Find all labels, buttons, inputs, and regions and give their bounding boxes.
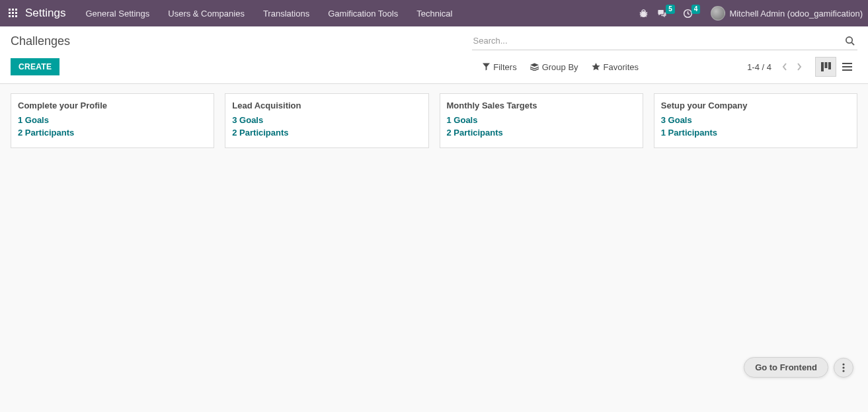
messages-badge: 5 — [666, 5, 675, 14]
more-vertical-icon — [842, 363, 845, 372]
apps-menu-button[interactable] — [0, 0, 26, 26]
card-goals-link[interactable]: 3 Goals — [232, 114, 421, 127]
page-title: Challenges — [11, 34, 70, 48]
pager-text[interactable]: 1-4 / 4 — [747, 62, 771, 72]
search-button[interactable] — [842, 33, 857, 48]
svg-rect-8 — [15, 15, 17, 17]
control-panel: Challenges CREATE Filters Group By — [0, 26, 868, 84]
svg-rect-3 — [9, 12, 11, 14]
filters-menu[interactable]: Filters — [483, 62, 516, 72]
activities-button[interactable]: 4 — [683, 9, 701, 19]
favorites-label: Favorites — [604, 62, 639, 72]
apps-icon — [8, 8, 19, 19]
pager-prev[interactable] — [781, 60, 789, 73]
search-bar — [472, 32, 857, 50]
nav-item-users-companies[interactable]: Users & Companies — [159, 0, 254, 26]
list-icon — [842, 63, 852, 71]
star-icon — [592, 63, 600, 71]
svg-rect-14 — [828, 62, 831, 69]
view-list-button[interactable] — [836, 57, 857, 77]
nav-item-translations[interactable]: Translations — [254, 0, 319, 26]
favorites-menu[interactable]: Favorites — [592, 62, 639, 72]
messages-button[interactable]: 5 — [656, 9, 675, 19]
card-participants-link[interactable]: 2 Participants — [447, 127, 636, 140]
svg-point-11 — [846, 37, 852, 43]
kanban-icon — [821, 62, 831, 71]
search-icon — [845, 36, 855, 46]
svg-point-18 — [842, 363, 844, 365]
floating-menu-button[interactable] — [834, 358, 853, 378]
username-label: Mitchell Admin (odoo_gamification) — [729, 9, 863, 19]
svg-point-19 — [842, 366, 844, 368]
chevron-left-icon — [782, 63, 787, 71]
filter-icon — [483, 63, 490, 71]
bug-icon — [639, 9, 649, 19]
svg-rect-4 — [12, 12, 14, 14]
challenge-card[interactable]: Complete your Profile 1 Goals 2 Particip… — [11, 93, 214, 148]
activities-badge: 4 — [691, 5, 701, 14]
challenge-card[interactable]: Monthly Sales Targets 1 Goals 2 Particip… — [440, 93, 643, 148]
svg-point-20 — [842, 370, 844, 372]
nav-item-gamification-tools[interactable]: Gamification Tools — [319, 0, 407, 26]
systray: 5 4 Mitchell Admin (odoo_gamification) — [639, 6, 863, 21]
card-participants-link[interactable]: 2 Participants — [18, 127, 207, 140]
svg-rect-5 — [15, 12, 17, 14]
floating-actions: Go to Frontend — [744, 357, 853, 378]
user-menu[interactable]: Mitchell Admin (odoo_gamification) — [708, 6, 863, 21]
card-title: Complete your Profile — [18, 101, 207, 110]
chevron-right-icon — [797, 63, 802, 71]
card-goals-link[interactable]: 1 Goals — [447, 114, 636, 127]
svg-rect-12 — [821, 62, 824, 71]
svg-rect-6 — [9, 15, 11, 17]
card-title: Lead Acquisition — [232, 101, 421, 110]
card-participants-link[interactable]: 1 Participants — [661, 127, 850, 140]
search-options: Filters Group By Favorites — [483, 62, 639, 72]
avatar — [711, 6, 725, 21]
view-kanban-button[interactable] — [815, 57, 836, 77]
groupby-label: Group By — [542, 62, 578, 72]
card-goals-link[interactable]: 1 Goals — [18, 114, 207, 127]
svg-rect-17 — [842, 69, 852, 71]
svg-rect-7 — [12, 15, 14, 17]
challenge-card[interactable]: Lead Acquisition 3 Goals 2 Participants — [225, 93, 428, 148]
card-goals-link[interactable]: 3 Goals — [661, 114, 850, 127]
card-participants-link[interactable]: 2 Participants — [232, 127, 421, 140]
create-button[interactable]: CREATE — [11, 58, 59, 75]
groupby-menu[interactable]: Group By — [530, 62, 578, 72]
svg-rect-1 — [12, 9, 14, 11]
svg-point-9 — [641, 11, 647, 17]
debug-button[interactable] — [639, 9, 649, 19]
svg-rect-16 — [842, 66, 852, 67]
kanban-view: Complete your Profile 1 Goals 2 Particip… — [0, 84, 868, 157]
svg-rect-2 — [15, 9, 17, 11]
card-title: Monthly Sales Targets — [447, 101, 636, 110]
topbar: Settings General Settings Users & Compan… — [0, 0, 868, 26]
challenge-card[interactable]: Setup your Company 3 Goals 1 Participant… — [654, 93, 857, 148]
svg-rect-13 — [824, 62, 827, 68]
pager-next[interactable] — [795, 60, 803, 73]
app-brand[interactable]: Settings — [25, 7, 65, 20]
svg-rect-0 — [9, 9, 11, 11]
nav-item-technical[interactable]: Technical — [407, 0, 461, 26]
nav-item-general-settings[interactable]: General Settings — [76, 0, 159, 26]
nav-items: General Settings Users & Companies Trans… — [76, 0, 461, 26]
filters-label: Filters — [493, 62, 516, 72]
go-to-frontend-button[interactable]: Go to Frontend — [744, 357, 828, 378]
card-title: Setup your Company — [661, 101, 850, 110]
layers-icon — [530, 63, 539, 71]
svg-rect-15 — [842, 63, 852, 64]
search-input[interactable] — [472, 32, 842, 50]
